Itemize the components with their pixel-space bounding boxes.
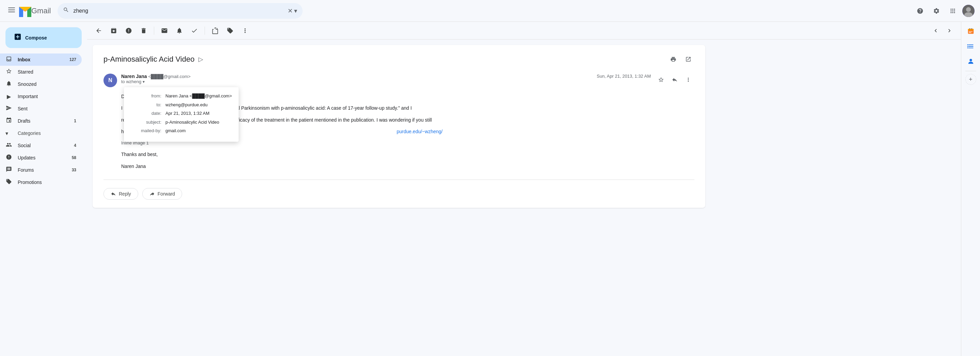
to-label: to wzheng (121, 79, 141, 84)
forward-button-label: Forward (158, 191, 175, 196)
popup-to-row: to: wzheng@purdue.edu (131, 102, 232, 109)
reply-button[interactable]: Reply (103, 188, 138, 200)
apps-button[interactable] (946, 4, 959, 18)
sender-email: <████@gmail.com> (148, 74, 190, 79)
popup-date-label: date: (131, 110, 161, 117)
drafts-label: Drafts (18, 118, 74, 124)
svg-rect-0 (8, 8, 15, 8)
email-content-area: p-Aminosalicylic Acid Video ▷ N (87, 40, 961, 356)
sidebar-item-promotions[interactable]: Promotions (0, 176, 82, 188)
forward-button[interactable]: Forward (142, 188, 182, 200)
popup-from-value: Naren Jana <████@gmail.com> (165, 93, 232, 99)
more-button[interactable] (239, 24, 251, 37)
sent-icon (5, 105, 12, 112)
sidebar-item-starred[interactable]: Starred (0, 66, 82, 78)
updates-count: 58 (72, 155, 76, 160)
starred-label: Starred (18, 69, 76, 75)
avatar[interactable] (962, 5, 975, 17)
next-email-button[interactable] (943, 24, 956, 37)
subject-tag-icon: ▷ (199, 56, 203, 63)
subject-actions (667, 53, 694, 65)
starred-icon (5, 68, 12, 76)
search-expand-icon[interactable]: ▾ (294, 7, 297, 14)
popup-from-label: from: (131, 93, 161, 99)
sidebar-item-snoozed[interactable]: Snoozed (0, 78, 82, 90)
sidebar-item-inbox[interactable]: Inbox 127 (0, 53, 82, 66)
compose-label: Compose (25, 35, 47, 40)
app-title: Gmail (31, 6, 51, 15)
move-to-button[interactable] (209, 24, 221, 37)
promotions-icon (5, 179, 12, 186)
snoozed-label: Snoozed (18, 81, 76, 87)
svg-rect-14 (970, 32, 971, 33)
popup-mailedby-label: mailed-by: (131, 128, 161, 134)
forums-label: Forums (18, 167, 72, 173)
message-more-button[interactable] (682, 73, 694, 86)
categories-label: Categories (18, 131, 41, 136)
sender-name-row: Naren Jana <████@gmail.com> (121, 73, 593, 79)
svg-rect-9 (971, 28, 972, 30)
categories-icon: ▾ (5, 130, 12, 137)
svg-rect-13 (969, 32, 970, 33)
search-icon (63, 7, 69, 14)
svg-rect-12 (971, 31, 972, 32)
reply-forward-actions: Reply Forward (103, 188, 694, 200)
to-expand-icon[interactable]: ▾ (143, 79, 145, 84)
sidebar-item-important[interactable]: ▶ Important (0, 90, 82, 102)
done-button[interactable] (188, 24, 200, 37)
hamburger-menu[interactable] (5, 4, 18, 18)
important-icon: ▶ (5, 93, 12, 100)
forums-icon (5, 166, 12, 174)
add-sidebar-button[interactable]: + (966, 74, 976, 85)
email-toolbar (87, 22, 961, 40)
reply-quick-button[interactable] (668, 73, 681, 86)
updates-icon (5, 154, 12, 161)
sender-info: Naren Jana <████@gmail.com> to wzheng ▾ … (121, 73, 593, 84)
sender-to-row: to wzheng ▾ (121, 79, 593, 84)
body-signoff: Thanks and best, (121, 150, 694, 158)
spam-button[interactable] (123, 24, 135, 37)
popup-subject-label: subject: (131, 119, 161, 126)
print-button[interactable] (667, 53, 679, 65)
open-in-new-button[interactable] (682, 53, 694, 65)
popup-mailedby-row: mailed-by: gmail.com (131, 128, 232, 134)
star-button[interactable] (655, 73, 667, 86)
email-subject: p-Aminosalicylic Acid Video (103, 55, 194, 64)
sidebar-item-updates[interactable]: Updates 58 (0, 152, 82, 164)
prev-email-button[interactable] (930, 24, 942, 37)
delete-button[interactable] (137, 24, 150, 37)
email-details-popup: from: Naren Jana <████@gmail.com> to: wz… (124, 87, 239, 142)
popup-to-value: wzheng@purdue.edu (165, 102, 208, 109)
label-button[interactable] (224, 24, 236, 37)
email-message: N Naren Jana <████@gmail.com> to wzheng … (103, 73, 694, 180)
help-button[interactable] (913, 4, 927, 18)
tasks-button[interactable] (964, 40, 978, 53)
top-right-actions (913, 4, 975, 18)
main-layout: Compose Inbox 127 Starred Snoozed ▶ Impo… (0, 22, 980, 356)
svg-point-16 (967, 46, 968, 47)
toolbar-sep-2 (205, 27, 205, 35)
body-link2[interactable]: purdue.edu/~wzheng/ (396, 129, 442, 134)
sidebar-item-social[interactable]: Social 4 (0, 139, 82, 152)
snoozed-icon (5, 80, 12, 88)
svg-point-4 (966, 7, 971, 12)
contacts-button[interactable] (964, 54, 978, 68)
back-button[interactable] (92, 24, 105, 37)
sidebar-item-sent[interactable]: Sent (0, 102, 82, 115)
search-bar: ✕ ▾ (57, 3, 302, 19)
right-sidebar: + (961, 22, 980, 356)
inbox-label: Inbox (18, 57, 70, 62)
archive-button[interactable] (108, 24, 120, 37)
search-clear-icon[interactable]: ✕ (288, 7, 293, 14)
compose-button[interactable]: Compose (5, 27, 82, 48)
calendar-button[interactable] (964, 24, 978, 38)
snooze-button[interactable] (173, 24, 186, 37)
search-input[interactable] (73, 8, 285, 14)
mark-unread-button[interactable] (158, 24, 170, 37)
sidebar-item-drafts[interactable]: Drafts 1 (0, 115, 82, 127)
sidebar-item-categories[interactable]: ▾ Categories (0, 127, 87, 139)
settings-button[interactable] (930, 4, 943, 18)
social-icon (5, 142, 12, 149)
svg-rect-2 (8, 11, 15, 12)
sidebar-item-forums[interactable]: Forums 33 (0, 164, 82, 176)
